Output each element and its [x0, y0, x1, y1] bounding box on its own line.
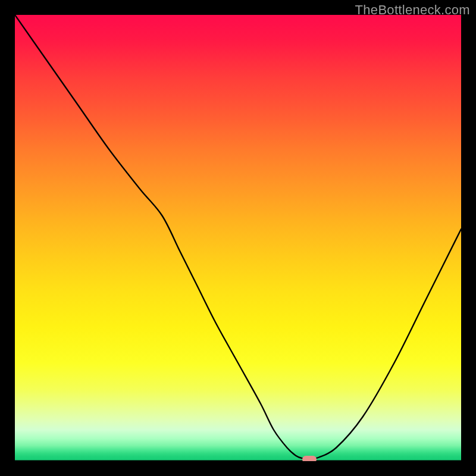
chart-stage: TheBottleneck.com: [0, 0, 476, 476]
chart-svg: [15, 15, 461, 461]
watermark-text: TheBottleneck.com: [355, 2, 470, 18]
plot-area: [15, 15, 461, 461]
optimal-point-marker: [302, 456, 317, 461]
bottleneck-curve: [15, 15, 461, 459]
